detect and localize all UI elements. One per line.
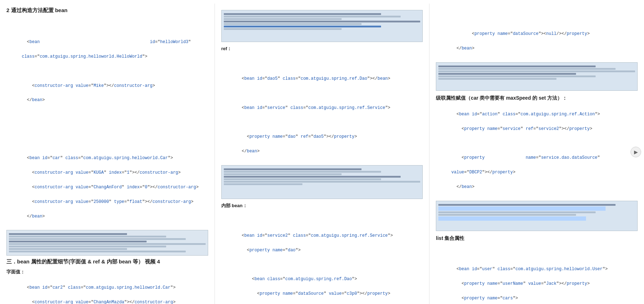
ref-label: ref： (221, 46, 423, 52)
inner-bean-code: <bean id="service2" class="com.atguigu.s… (221, 210, 423, 304)
screenshot-2 (221, 10, 423, 42)
screenshot-cascade (436, 201, 638, 231)
col3-top-comment: <property name="dataSource"><null/></pro… (436, 9, 638, 59)
cascade-code: <bean id="action" class="com.atguigu.spr… (436, 104, 638, 198)
page-container: 2 通过构造方法配置 bean <bean id="helloWorld3" c… (0, 0, 644, 304)
literal-value-label: 字面值： (6, 269, 208, 275)
next-arrow[interactable]: ▶ (630, 147, 641, 157)
column-2: ref： <bean id="dao5" class="com.atguigu.… (215, 4, 430, 304)
section1-title: 2 通过构造方法配置 bean (6, 7, 208, 14)
section1-code: <bean id="helloWorld3" class="com.atguig… (6, 17, 208, 227)
column-3: <property name="dataSource"><null/></pro… (429, 4, 644, 304)
column-1: 2 通过构造方法配置 bean <bean id="helloWorld3" c… (0, 4, 215, 304)
list-title: list 集合属性 (436, 235, 638, 242)
inner-bean-label: 内部 bean： (221, 203, 423, 209)
literal-value-code: <bean id="car2" class="com.atguigu.sprin… (6, 277, 208, 304)
screenshot-col3-top (436, 62, 638, 91)
list-code: <bean id="user" class="com.atguigu.sprin… (436, 244, 638, 304)
section2-title: 三．bean 属性的配置细节(字面值 & ref & 内部 bean 等） 视频… (6, 258, 208, 265)
screenshot-1 (6, 230, 208, 256)
cascade-title: 级联属性赋值（car 类中需要有 maxSpeed 的 set 方法）： (436, 95, 638, 101)
screenshot-person (221, 165, 423, 199)
ref-code: <bean id="dao5" class="com.atguigu.sprin… (221, 53, 423, 162)
